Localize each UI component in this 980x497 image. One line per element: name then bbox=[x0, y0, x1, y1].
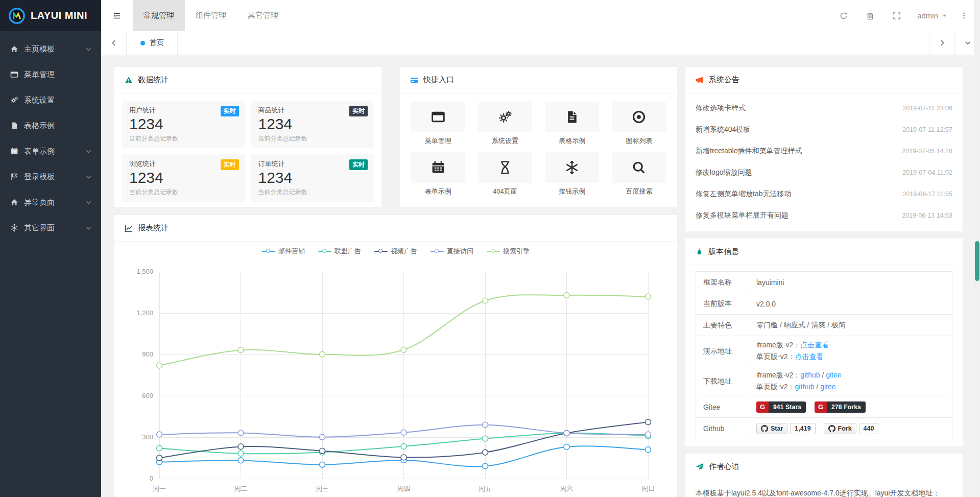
github-fork-button[interactable]: Fork bbox=[824, 423, 856, 434]
announcement-item[interactable]: 修改logo缩放问题 2019-07-04 11:02 bbox=[696, 162, 952, 183]
flame-icon bbox=[696, 248, 703, 255]
right-column: 系统公告 修改选项卡样式 2019-07-11 23:06 新增系统404模板 … bbox=[685, 67, 963, 497]
announcement-item[interactable]: 新增treetable插件和菜单管理样式 2019-07-05 14:28 bbox=[696, 140, 952, 162]
fullscreen-icon bbox=[893, 12, 901, 20]
quick-entry-card: 快捷入口 菜单管理 系统设置 表格示例 bbox=[400, 67, 677, 207]
stat-box-orders[interactable]: 订单统计 1234 当前分类总记录数 实时 bbox=[251, 154, 374, 202]
announcement-item[interactable]: 修改选项卡样式 2019-07-11 23:06 bbox=[696, 98, 952, 119]
download-iframe-github-link[interactable]: github bbox=[800, 371, 820, 379]
github-star-button[interactable]: Star bbox=[756, 423, 787, 434]
data-statistics-card: 数据统计 用户统计 1234 当前分类总记录数 实时 商品统计 1234 当前分… bbox=[114, 67, 381, 207]
top-header: 常规管理 组件管理 其它管理 admin bbox=[101, 0, 980, 31]
svg-text:1,200: 1,200 bbox=[136, 309, 153, 317]
sidebar-item-table-examples[interactable]: 表格示例 bbox=[0, 113, 101, 138]
collapse-sidebar-button[interactable] bbox=[101, 0, 133, 31]
home-icon bbox=[10, 45, 18, 53]
svg-text:1,500: 1,500 bbox=[136, 268, 153, 275]
tab-home[interactable]: 首页 bbox=[127, 31, 178, 55]
fullscreen-button[interactable] bbox=[883, 0, 910, 31]
snowflake-icon bbox=[10, 224, 18, 232]
card-window-icon bbox=[410, 76, 418, 84]
card-title: 版本信息 bbox=[708, 247, 739, 256]
announcement-item[interactable]: 新增系统404模板 2019-07-11 12:57 bbox=[696, 119, 952, 140]
table-row: Github Star 1,419 Fork 440 bbox=[696, 418, 952, 439]
gitee-forks-badge[interactable]: G278 Forks bbox=[815, 401, 866, 413]
download-links-cell: iframe版-v2：github / gitee 单页版-v2：github … bbox=[749, 366, 952, 396]
chart-legend: 邮件营销 联盟广告 视频广告 直接访问 bbox=[114, 247, 677, 256]
header-tab-component-management[interactable]: 组件管理 bbox=[185, 0, 237, 31]
hourglass-icon bbox=[498, 160, 512, 175]
stat-box-products[interactable]: 商品统计 1234 当前分类总记录数 实时 bbox=[251, 101, 374, 148]
chevron-down-icon bbox=[85, 174, 92, 180]
legend-item-video-ads[interactable]: 视频广告 bbox=[374, 247, 417, 256]
table-row: 主要特色 零门槛 / 响应式 / 清爽 / 极简 bbox=[696, 315, 952, 336]
calendar-icon bbox=[10, 147, 18, 155]
stat-value: 1234 bbox=[258, 169, 367, 186]
github-fork-count[interactable]: 440 bbox=[859, 423, 879, 434]
svg-text:600: 600 bbox=[142, 392, 153, 399]
legend-item-email[interactable]: 邮件营销 bbox=[262, 247, 305, 256]
sidebar-item-form-examples[interactable]: 表单示例 bbox=[0, 138, 101, 164]
home-icon bbox=[10, 198, 18, 206]
table-row: Gitee G941 Stars G278 Forks bbox=[696, 396, 952, 418]
sidebar-item-system-settings[interactable]: 系统设置 bbox=[0, 87, 101, 113]
quick-entry-header: 快捷入口 bbox=[400, 67, 677, 93]
quick-item-menu-management[interactable]: 菜单管理 bbox=[411, 102, 465, 146]
demo-spa-link[interactable]: 点击查看 bbox=[795, 352, 823, 361]
quick-item-table-examples[interactable]: 表格示例 bbox=[545, 102, 599, 146]
card-title: 报表统计 bbox=[138, 223, 169, 233]
quick-item-label: 菜单管理 bbox=[411, 136, 465, 146]
legend-item-direct[interactable]: 直接访问 bbox=[431, 247, 473, 256]
quick-item-404-page[interactable]: 404页面 bbox=[478, 152, 532, 196]
stat-box-views[interactable]: 浏览统计 1234 当前分类总记录数 实时 bbox=[122, 154, 245, 202]
sidebar-item-label: 表格示例 bbox=[24, 121, 55, 131]
gitee-icon: G bbox=[815, 401, 827, 413]
file-icon bbox=[565, 110, 579, 124]
github-star-count[interactable]: 1,419 bbox=[790, 423, 815, 434]
quick-item-button-examples[interactable]: 按钮示例 bbox=[545, 152, 599, 196]
demo-iframe-link[interactable]: 点击查看 bbox=[800, 341, 829, 349]
scroll-tabs-left-button[interactable] bbox=[101, 31, 127, 55]
download-iframe-gitee-link[interactable]: gitee bbox=[826, 371, 841, 379]
quick-item-system-settings[interactable]: 系统设置 bbox=[478, 102, 532, 146]
page-scrollbar[interactable] bbox=[974, 0, 980, 497]
stat-caption: 当前分类总记录数 bbox=[129, 188, 238, 197]
stat-box-users[interactable]: 用户统计 1234 当前分类总记录数 实时 bbox=[122, 101, 245, 148]
sidebar-item-other-pages[interactable]: 其它界面 bbox=[0, 215, 101, 241]
file-icon bbox=[10, 122, 18, 130]
clear-cache-button[interactable] bbox=[857, 0, 883, 31]
header-tab-other-management[interactable]: 其它管理 bbox=[237, 0, 289, 31]
download-spa-gitee-link[interactable]: gitee bbox=[820, 383, 835, 391]
announcements-list: 修改选项卡样式 2019-07-11 23:06 新增系统404模板 2019-… bbox=[685, 93, 963, 226]
quick-item-form-examples[interactable]: 表单示例 bbox=[411, 152, 465, 196]
download-spa-github-link[interactable]: github bbox=[795, 383, 814, 391]
header-tab-regular-management[interactable]: 常规管理 bbox=[133, 0, 185, 31]
sidebar-item-login-templates[interactable]: 登录模板 bbox=[0, 164, 101, 190]
gitee-stars-badge[interactable]: G941 Stars bbox=[756, 401, 806, 413]
refresh-button[interactable] bbox=[830, 0, 857, 31]
sidebar-item-home-templates[interactable]: 主页模板 bbox=[0, 36, 101, 62]
quick-item-label: 系统设置 bbox=[478, 136, 532, 146]
quick-item-icon-list[interactable]: 图标列表 bbox=[612, 102, 666, 146]
main-area: 常规管理 组件管理 其它管理 admin bbox=[101, 0, 980, 497]
stat-caption: 当前分类总记录数 bbox=[258, 188, 367, 197]
legend-item-affiliate[interactable]: 联盟广告 bbox=[318, 247, 361, 256]
scroll-tabs-right-button[interactable] bbox=[929, 31, 954, 55]
legend-marker-icon bbox=[318, 249, 331, 254]
app-logo[interactable]: LAYUI MINI bbox=[0, 0, 101, 31]
sidebar-item-label: 菜单管理 bbox=[24, 70, 55, 80]
legend-marker-icon bbox=[374, 249, 388, 254]
sidebar-item-menu-management[interactable]: 菜单管理 bbox=[0, 62, 101, 87]
scrollbar-thumb[interactable] bbox=[975, 241, 979, 281]
quick-item-baidu-search[interactable]: 百度搜索 bbox=[612, 152, 666, 196]
gears-icon bbox=[10, 96, 18, 104]
legend-marker-icon bbox=[431, 249, 444, 254]
more-actions-button[interactable] bbox=[954, 0, 973, 31]
announcement-item[interactable]: 修复左侧菜单缩放tab无法移动 2019-06-17 11:55 bbox=[696, 183, 952, 205]
announcement-item[interactable]: 修复多模块菜单栏展开有问题 2019-06-13 14:53 bbox=[696, 205, 952, 226]
user-dropdown[interactable]: admin bbox=[910, 0, 954, 31]
legend-item-search-engine[interactable]: 搜索引擎 bbox=[487, 247, 530, 256]
sidebar-item-error-pages[interactable]: 异常页面 bbox=[0, 190, 101, 215]
status-badge: 实时 bbox=[221, 106, 239, 116]
page-tab-bar: 首页 bbox=[101, 31, 980, 55]
